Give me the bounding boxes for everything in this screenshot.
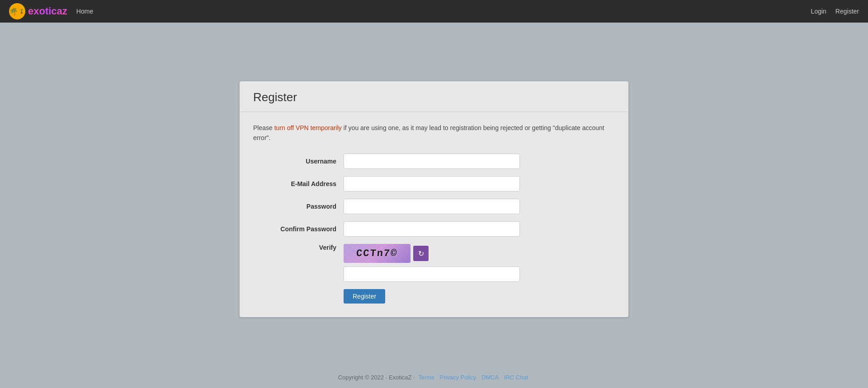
- password-label: Password: [253, 203, 344, 210]
- register-button[interactable]: Register: [344, 289, 385, 304]
- register-card: Register Please turn off VPN temporarily…: [240, 81, 628, 318]
- refresh-icon: ↻: [418, 249, 424, 258]
- vpn-notice-prefix: Please: [253, 124, 274, 131]
- captcha-input[interactable]: [344, 266, 520, 282]
- captcha-refresh-button[interactable]: ↻: [413, 246, 429, 261]
- main-content: Register Please turn off VPN temporarily…: [0, 23, 868, 367]
- password-input[interactable]: [344, 199, 520, 214]
- vpn-notice-highlight: turn off VPN temporarily: [274, 124, 342, 131]
- navbar: exoticaz Home Login Register: [0, 0, 868, 23]
- nav-register-link[interactable]: Register: [835, 8, 859, 15]
- email-input[interactable]: [344, 176, 520, 192]
- logo-icon: [9, 3, 25, 19]
- email-row: E-Mail Address: [253, 176, 615, 192]
- password-row: Password: [253, 199, 615, 214]
- footer-privacy-link[interactable]: Privacy Policy: [439, 374, 476, 381]
- username-input[interactable]: [344, 154, 520, 169]
- email-label: E-Mail Address: [253, 180, 344, 187]
- verify-label: Verify: [253, 244, 344, 251]
- svg-point-4: [21, 11, 23, 13]
- brand-name: exoticaz: [28, 5, 67, 17]
- logo-svg: [18, 3, 25, 19]
- register-card-body: Please turn off VPN temporarily if you a…: [240, 112, 628, 318]
- username-row: Username: [253, 154, 615, 169]
- button-row: Register: [253, 289, 615, 304]
- confirm-password-input[interactable]: [344, 221, 520, 237]
- captcha-text: CCTn7©: [356, 248, 398, 259]
- register-title: Register: [253, 90, 615, 104]
- confirm-password-row: Confirm Password: [253, 221, 615, 237]
- nav-login-link[interactable]: Login: [811, 8, 826, 15]
- navbar-left: exoticaz Home: [9, 3, 93, 19]
- captcha-top: CCTn7© ↻: [344, 244, 520, 263]
- username-label: Username: [253, 158, 344, 165]
- confirm-password-label: Confirm Password: [253, 225, 344, 233]
- footer-copyright: Copyright © 2022 · ExoticaZ ·: [338, 374, 415, 381]
- footer-dmca-link[interactable]: DMCA: [481, 374, 499, 381]
- footer-terms-link[interactable]: Terms: [418, 374, 434, 381]
- footer-irc-link[interactable]: IRC Chat: [504, 374, 528, 381]
- vpn-notice: Please turn off VPN temporarily if you a…: [253, 123, 615, 143]
- footer: Copyright © 2022 · ExoticaZ · Terms Priv…: [0, 367, 868, 388]
- nav-home-link[interactable]: Home: [76, 8, 93, 15]
- captcha-row: Verify CCTn7© ↻: [253, 244, 615, 282]
- logo-container: exoticaz: [9, 3, 67, 19]
- captcha-image: CCTn7©: [344, 244, 410, 263]
- navbar-right: Login Register: [811, 8, 859, 15]
- register-card-header: Register: [240, 81, 628, 112]
- captcha-container: CCTn7© ↻: [344, 244, 520, 282]
